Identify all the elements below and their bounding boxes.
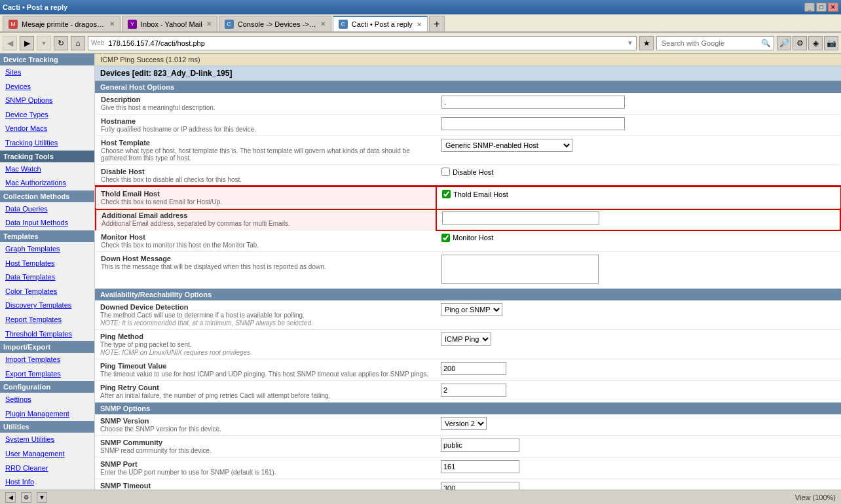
sidebar-item-host-info[interactable]: Host Info — [0, 475, 94, 490]
sidebar-section-templates[interactable]: Templates — [0, 230, 94, 242]
history-btn[interactable]: ▼ — [37, 36, 51, 50]
description-input[interactable] — [441, 96, 625, 109]
toolbar-icons: ★ — [639, 36, 654, 50]
host-template-select[interactable]: Generic SNMP-enabled Host — [441, 139, 572, 152]
tab-mesaje[interactable]: M Mesaje primite - dragoss... ✕ — [3, 16, 121, 31]
sidebar-item-system-utilities[interactable]: System Utilities — [0, 433, 94, 447]
ping-method-input-cell: ICMP Ping — [436, 330, 841, 359]
thold-email-checkbox[interactable] — [442, 190, 451, 198]
thold-email-label: Thold Email Host — [101, 190, 430, 198]
ping-timeout-input[interactable] — [441, 362, 506, 375]
forward-btn[interactable]: ▶ — [20, 36, 34, 50]
sidebar-item-sites[interactable]: Sites — [0, 65, 94, 80]
ping-timeout-label-cell: Ping Timeout Value The timeout value to … — [95, 359, 436, 381]
sidebar-item-rrd-cleaner[interactable]: RRD Cleaner — [0, 461, 94, 476]
sidebar-item-threshold-templates[interactable]: Threshold Templates — [0, 327, 94, 342]
minimize-btn[interactable]: _ — [804, 3, 815, 12]
sidebar-item-mac-watch[interactable]: Mac Watch — [0, 162, 94, 177]
snmp-port-input[interactable] — [441, 460, 519, 473]
back-btn[interactable]: ◀ — [3, 36, 17, 50]
snmp-version-select[interactable]: Version 2 — [441, 417, 487, 430]
disable-host-checkbox[interactable] — [441, 168, 450, 176]
tab-close-console[interactable]: ✕ — [320, 20, 326, 27]
sidebar-section-collection-methods[interactable]: Collection Methods — [0, 190, 94, 202]
sidebar-item-settings[interactable]: Settings — [0, 393, 94, 407]
status-back-btn[interactable]: ◀ — [5, 492, 16, 503]
ping-timeout-desc: The timeout value to use for host ICMP a… — [100, 370, 430, 378]
hostname-input-cell — [436, 115, 840, 136]
sidebar-item-import-templates[interactable]: Import Templates — [0, 353, 94, 367]
host-template-input-cell: Generic SNMP-enabled Host — [436, 136, 840, 165]
monitor-host-label: Monitor Host — [101, 233, 431, 241]
web-label: Web — [91, 39, 104, 46]
home-btn[interactable]: ⌂ — [71, 36, 85, 50]
tab-close-cacti[interactable]: ✕ — [417, 21, 422, 28]
maximize-btn[interactable]: □ — [816, 3, 827, 12]
sidebar-item-data-templates[interactable]: Data Templates — [0, 270, 94, 285]
tab-console[interactable]: C Console -> Devices -> (... ✕ — [219, 16, 331, 31]
sidebar-item-data-input-methods[interactable]: Data Input Methods — [0, 216, 94, 230]
sidebar-item-report-templates[interactable]: Report Templates — [0, 313, 94, 327]
tab-cacti[interactable]: C Cacti • Post a reply ✕ — [333, 16, 428, 31]
sidebar-section-import-export[interactable]: Import/Export — [0, 341, 94, 353]
monitor-host-checkbox-label: Monitor Host — [441, 234, 835, 242]
sidebar-item-tracking-utilities[interactable]: Tracking Utilities — [0, 136, 94, 151]
availability-table: Downed Device Detection The method Cacti… — [95, 300, 841, 403]
settings-icon[interactable]: ⚙ — [793, 36, 807, 50]
sidebar-item-data-queries[interactable]: Data Queries — [0, 202, 94, 217]
sidebar-item-vendor-macs[interactable]: Vendor Macs — [0, 122, 94, 136]
search-input[interactable] — [660, 37, 761, 50]
snmp-timeout-input[interactable] — [441, 482, 519, 490]
additional-email-input[interactable] — [442, 211, 599, 225]
down-host-textarea[interactable] — [441, 255, 599, 284]
downed-device-select[interactable]: Ping or SNMP — [441, 303, 502, 316]
snmp-version-input-cell: Version 2 — [436, 414, 841, 436]
additional-email-label: Additional Email address — [102, 211, 430, 219]
status-settings-btn[interactable]: ▼ — [37, 492, 47, 503]
snmp-community-input[interactable] — [441, 439, 519, 452]
close-btn[interactable]: ✕ — [828, 3, 838, 12]
ping-retry-input[interactable] — [441, 384, 506, 397]
addon-icon[interactable]: ◈ — [808, 36, 823, 50]
sidebar-item-user-management[interactable]: User Management — [0, 447, 94, 461]
sidebar-item-plugin-management[interactable]: Plugin Management — [0, 407, 94, 422]
zoom-icon[interactable]: 🔎 — [777, 36, 791, 50]
tab-close-mesaje[interactable]: ✕ — [109, 20, 115, 27]
hostname-input[interactable] — [441, 117, 625, 130]
sidebar-item-device-types[interactable]: Device Types — [0, 108, 94, 122]
monitor-host-checkbox-text: Monitor Host — [453, 234, 493, 242]
description-input-cell — [436, 93, 840, 115]
title-bar: Cacti • Post a reply _ □ ✕ — [0, 0, 841, 14]
bookmark-icon[interactable]: ★ — [639, 36, 654, 50]
tab-label-mesaje: Mesaje primite - dragoss... — [22, 20, 105, 28]
tab-close-yahoo[interactable]: ✕ — [206, 20, 212, 27]
ping-method-desc: The type of ping packet to sent. — [100, 341, 430, 348]
sidebar-item-color-templates[interactable]: Color Templates — [0, 285, 94, 299]
sidebar-item-graph-templates[interactable]: Graph Templates — [0, 242, 94, 257]
sidebar-section-device-tracking[interactable]: Device Tracking — [0, 54, 94, 65]
disable-host-desc: Check this box to disable all checks for… — [101, 176, 431, 183]
new-tab-btn[interactable]: + — [429, 16, 445, 31]
additional-email-row: Additional Email address Additional Emai… — [96, 209, 840, 230]
status-gear-btn[interactable]: ⚙ — [21, 492, 31, 503]
ping-retry-input-cell — [436, 381, 841, 403]
tab-favicon-console: C — [225, 20, 234, 29]
monitor-host-checkbox[interactable] — [441, 234, 450, 242]
address-input[interactable] — [106, 37, 627, 50]
screenshot-icon[interactable]: 📷 — [824, 36, 838, 50]
sidebar-section-utilities[interactable]: Utilities — [0, 421, 94, 433]
sidebar-item-snmp-options[interactable]: SNMP Options — [0, 94, 94, 108]
tab-yahoo[interactable]: Y Inbox - Yahoo! Mail ✕ — [122, 16, 217, 31]
page-header: ICMP Ping Success (1.012 ms) — [95, 54, 841, 66]
sidebar-item-devices[interactable]: Devices — [0, 80, 94, 94]
search-icon[interactable]: 🔍 — [761, 39, 771, 48]
sidebar-item-mac-authorizations[interactable]: Mac Authorizations — [0, 176, 94, 190]
sidebar-section-tracking-tools[interactable]: Tracking Tools — [0, 151, 94, 162]
address-dropdown-icon[interactable]: ▼ — [627, 39, 633, 46]
sidebar-item-export-templates[interactable]: Export Templates — [0, 367, 94, 382]
reload-btn[interactable]: ↻ — [54, 36, 68, 50]
sidebar-item-discovery-templates[interactable]: Discovery Templates — [0, 298, 94, 313]
sidebar-item-host-templates[interactable]: Host Templates — [0, 257, 94, 271]
sidebar-section-configuration[interactable]: Configuration — [0, 381, 94, 393]
ping-method-select[interactable]: ICMP Ping — [441, 333, 491, 346]
